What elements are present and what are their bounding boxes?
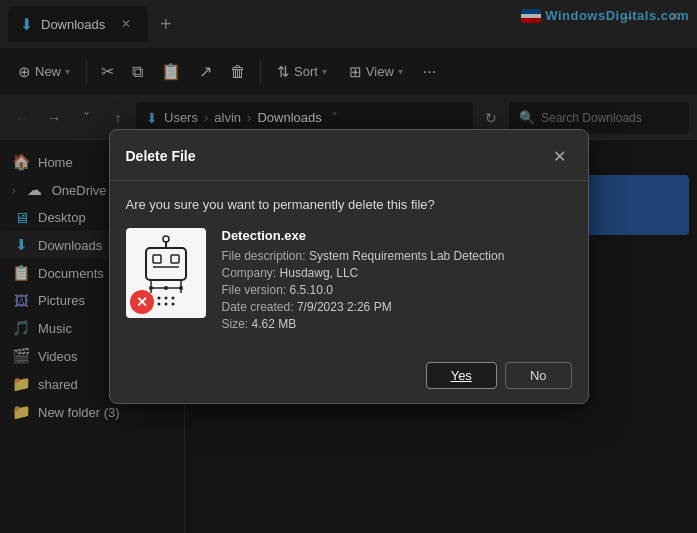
svg-point-26	[171, 303, 174, 306]
version-value: 6.5.10.0	[290, 283, 333, 297]
dialog-file-date: Date created: 7/9/2023 2:26 PM	[222, 300, 572, 314]
svg-point-21	[157, 297, 160, 300]
delete-dialog: Delete File ✕ Are you sure you want to p…	[109, 129, 589, 404]
svg-point-25	[164, 303, 167, 306]
svg-point-18	[149, 286, 153, 290]
company-label: Company:	[222, 266, 277, 280]
delete-badge-icon: ✕	[130, 290, 154, 314]
dialog-file-info: ✕ Detection.exe File description: System…	[126, 228, 572, 334]
dialog-filename: Detection.exe	[222, 228, 572, 243]
desc-label: File description:	[222, 249, 306, 263]
svg-point-20	[164, 286, 168, 290]
size-label: Size:	[222, 317, 249, 331]
svg-point-19	[179, 286, 183, 290]
dialog-question: Are you sure you want to permanently del…	[126, 197, 572, 212]
date-label: Date created:	[222, 300, 294, 314]
dialog-details: Detection.exe File description: System R…	[222, 228, 572, 334]
no-button[interactable]: No	[505, 362, 572, 389]
dialog-body: Are you sure you want to permanently del…	[110, 181, 588, 350]
company-value: Husdawg, LLC	[280, 266, 359, 280]
dialog-header: Delete File ✕	[110, 130, 588, 181]
dialog-title: Delete File	[126, 148, 196, 164]
svg-point-24	[157, 303, 160, 306]
version-label: File version:	[222, 283, 287, 297]
dialog-close-button[interactable]: ✕	[548, 144, 572, 168]
dialog-file-icon: ✕	[126, 228, 206, 318]
size-value: 4.62 MB	[252, 317, 297, 331]
dialog-file-company: Company: Husdawg, LLC	[222, 266, 572, 280]
dialog-file-version: File version: 6.5.10.0	[222, 283, 572, 297]
yes-button[interactable]: Yes	[426, 362, 497, 389]
dialog-file-description: File description: System Requirements La…	[222, 249, 572, 263]
dialog-footer: Yes No	[110, 350, 588, 403]
svg-point-23	[171, 297, 174, 300]
dialog-overlay: Delete File ✕ Are you sure you want to p…	[0, 0, 697, 533]
desc-value: System Requirements Lab Detection	[309, 249, 504, 263]
date-value: 7/9/2023 2:26 PM	[297, 300, 392, 314]
svg-point-22	[164, 297, 167, 300]
dialog-file-size: Size: 4.62 MB	[222, 317, 572, 331]
